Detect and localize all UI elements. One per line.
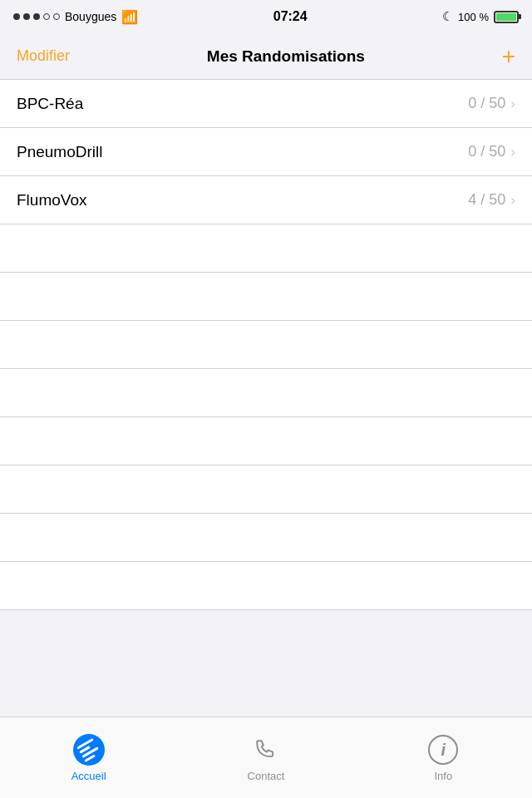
tab-bar: Accueil Contact i Info: [0, 717, 532, 798]
item-name: PneumoDrill: [17, 143, 102, 161]
phone-icon: [251, 735, 281, 765]
add-button[interactable]: +: [502, 45, 515, 68]
battery-icon: [494, 11, 519, 23]
battery-percent: 100 %: [458, 11, 489, 23]
dot-1: [13, 13, 20, 20]
tab-info[interactable]: i Info: [356, 733, 531, 782]
modifier-button[interactable]: Modifier: [17, 47, 70, 65]
contact-tab-label: Contact: [248, 770, 285, 782]
info-tab-label: Info: [434, 770, 452, 782]
contact-tab-icon: [249, 733, 283, 766]
carrier-label: Bouygues: [65, 10, 116, 23]
wifi-icon: 📶: [121, 9, 138, 25]
time-display: 07:24: [273, 9, 308, 24]
empty-row: [0, 321, 532, 369]
chevron-right-icon: ›: [510, 192, 515, 209]
chevron-right-icon: ›: [510, 96, 515, 112]
accueil-icon: [73, 734, 105, 766]
accueil-lines: [76, 737, 101, 761]
item-count: 0 / 50: [468, 143, 505, 160]
signal-dots: [13, 13, 60, 20]
dot-2: [23, 13, 30, 20]
page-title: Mes Randomisations: [207, 47, 365, 66]
empty-row: [0, 466, 532, 514]
status-bar: Bouygues 📶 07:24 ☾ 100 %: [0, 0, 532, 33]
tab-contact[interactable]: Contact: [178, 733, 353, 782]
battery-fill: [496, 13, 516, 21]
info-icon: i: [428, 735, 458, 765]
item-count: 4 / 50: [468, 191, 505, 209]
main-content: BPC-Réa 0 / 50 › PneumoDrill 0 / 50 › Fl…: [0, 80, 532, 717]
moon-icon: ☾: [442, 9, 453, 24]
empty-row: [0, 562, 532, 610]
item-name: BPC-Réa: [17, 95, 83, 113]
status-right: ☾ 100 %: [442, 9, 519, 24]
tab-accueil[interactable]: Accueil: [1, 733, 176, 782]
list-item[interactable]: FlumoVox 4 / 50 ›: [0, 176, 532, 224]
item-right: 0 / 50 ›: [468, 143, 515, 160]
item-count: 0 / 50: [468, 95, 505, 112]
item-right: 0 / 50 ›: [468, 95, 515, 112]
randomisations-list: BPC-Réa 0 / 50 › PneumoDrill 0 / 50 › Fl…: [0, 80, 532, 610]
accueil-tab-label: Accueil: [71, 770, 106, 782]
item-name: FlumoVox: [17, 191, 86, 209]
dot-3: [33, 13, 40, 20]
list-item[interactable]: BPC-Réa 0 / 50 ›: [0, 80, 532, 128]
status-left: Bouygues 📶: [13, 9, 138, 25]
info-tab-icon: i: [426, 733, 460, 766]
empty-row: [0, 417, 532, 466]
empty-row: [0, 273, 532, 321]
dot-5: [53, 13, 60, 20]
empty-row: [0, 369, 532, 417]
nav-bar: Modifier Mes Randomisations +: [0, 33, 532, 80]
list-item[interactable]: PneumoDrill 0 / 50 ›: [0, 128, 532, 176]
dot-4: [43, 13, 50, 20]
chevron-right-icon: ›: [510, 144, 515, 160]
accueil-tab-icon: [72, 733, 106, 766]
empty-row: [0, 224, 532, 273]
empty-row: [0, 514, 532, 562]
item-right: 4 / 50 ›: [468, 191, 515, 209]
